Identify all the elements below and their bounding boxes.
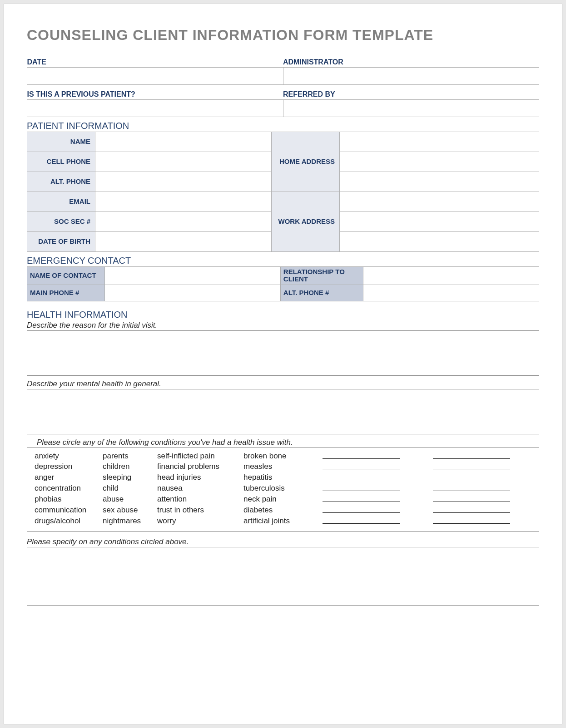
work-address-label: WORK ADDRESS bbox=[272, 192, 340, 251]
blank-line[interactable] bbox=[409, 472, 534, 483]
blank-line[interactable] bbox=[409, 505, 534, 516]
ec-rel-label: RELATIONSHIP TO CLIENT bbox=[280, 266, 363, 285]
altphone-label: ALT. PHONE bbox=[27, 172, 95, 192]
condition-item[interactable]: abuse bbox=[100, 494, 154, 505]
blank-line[interactable] bbox=[313, 472, 409, 483]
condition-item[interactable]: sex abuse bbox=[100, 505, 154, 516]
ec-alt-label: ALT. PHONE # bbox=[280, 285, 363, 301]
condition-item[interactable]: sleeping bbox=[100, 472, 154, 483]
blank-line[interactable] bbox=[313, 516, 409, 527]
ec-rel-input[interactable] bbox=[363, 266, 539, 285]
date-label: DATE bbox=[27, 56, 283, 68]
mental-prompt: Describe your mental health in general. bbox=[27, 379, 539, 389]
cell-input[interactable] bbox=[95, 152, 272, 172]
condition-item[interactable]: drugs/alcohol bbox=[32, 516, 100, 527]
home-address-line2[interactable] bbox=[340, 152, 539, 172]
email-label: EMAIL bbox=[27, 192, 95, 212]
work-address-line1[interactable] bbox=[340, 192, 539, 212]
blank-line[interactable] bbox=[409, 451, 534, 462]
condition-item[interactable]: diabetes bbox=[241, 505, 313, 516]
work-address-line3[interactable] bbox=[340, 231, 539, 251]
conditions-box: anxietyparentsself-inflicted painbroken … bbox=[27, 447, 539, 532]
conditions-table: anxietyparentsself-inflicted painbroken … bbox=[32, 451, 534, 527]
page-title: COUNSELING CLIENT INFORMATION FORM TEMPL… bbox=[27, 27, 539, 44]
email-input[interactable] bbox=[95, 192, 272, 212]
condition-item[interactable]: measles bbox=[241, 462, 313, 472]
ec-alt-input[interactable] bbox=[363, 285, 539, 301]
condition-item[interactable]: trust in others bbox=[154, 505, 241, 516]
patient-table: NAME HOME ADDRESS CELL PHONE ALT. PHONE … bbox=[27, 132, 539, 252]
blank-line[interactable] bbox=[313, 451, 409, 462]
home-address-line1[interactable] bbox=[340, 132, 539, 152]
condition-item[interactable]: depression bbox=[32, 462, 100, 472]
blank-line[interactable] bbox=[409, 494, 534, 505]
emergency-section-label: EMERGENCY CONTACT bbox=[27, 256, 539, 266]
blank-line[interactable] bbox=[313, 494, 409, 505]
home-address-label: HOME ADDRESS bbox=[272, 132, 340, 192]
dob-label: DATE OF BIRTH bbox=[27, 231, 95, 251]
date-input[interactable] bbox=[27, 68, 283, 85]
condition-item[interactable]: anxiety bbox=[32, 451, 100, 462]
ec-main-label: MAIN PHONE # bbox=[27, 285, 105, 301]
condition-item[interactable]: self-inflicted pain bbox=[154, 451, 241, 462]
home-address-line3[interactable] bbox=[340, 172, 539, 192]
ec-main-input[interactable] bbox=[104, 285, 280, 301]
condition-item[interactable]: tuberculosis bbox=[241, 483, 313, 494]
dob-input[interactable] bbox=[95, 231, 272, 251]
condition-item[interactable]: financial problems bbox=[154, 462, 241, 472]
specify-input[interactable] bbox=[27, 547, 539, 606]
blank-line[interactable] bbox=[409, 462, 534, 472]
condition-item[interactable]: communication bbox=[32, 505, 100, 516]
admin-label: ADMINISTRATOR bbox=[283, 56, 539, 68]
cell-label: CELL PHONE bbox=[27, 152, 95, 172]
altphone-input[interactable] bbox=[95, 172, 272, 192]
condition-item[interactable]: artificial joints bbox=[241, 516, 313, 527]
blank-line[interactable] bbox=[313, 462, 409, 472]
ref-label: REFERRED BY bbox=[283, 89, 539, 100]
blank-line[interactable] bbox=[313, 505, 409, 516]
condition-item[interactable]: hepatitis bbox=[241, 472, 313, 483]
condition-item[interactable]: concentration bbox=[32, 483, 100, 494]
mental-input[interactable] bbox=[27, 389, 539, 434]
condition-item[interactable]: phobias bbox=[32, 494, 100, 505]
admin-input[interactable] bbox=[283, 68, 539, 85]
patient-section-label: PATIENT INFORMATION bbox=[27, 121, 539, 131]
condition-item[interactable]: parents bbox=[100, 451, 154, 462]
prev-label: IS THIS A PREVIOUS PATIENT? bbox=[27, 89, 283, 100]
ec-name-input[interactable] bbox=[104, 266, 280, 285]
condition-item[interactable]: worry bbox=[154, 516, 241, 527]
ssn-label: SOC SEC # bbox=[27, 212, 95, 231]
ref-input[interactable] bbox=[283, 99, 539, 117]
condition-item[interactable]: anger bbox=[32, 472, 100, 483]
emergency-table: NAME OF CONTACT RELATIONSHIP TO CLIENT M… bbox=[27, 266, 539, 301]
health-section-label: HEALTH INFORMATION bbox=[27, 310, 539, 320]
condition-item[interactable]: child bbox=[100, 483, 154, 494]
blank-line[interactable] bbox=[409, 483, 534, 494]
form-page: COUNSELING CLIENT INFORMATION FORM TEMPL… bbox=[4, 4, 562, 724]
name-input[interactable] bbox=[95, 132, 272, 152]
condition-item[interactable]: neck pain bbox=[241, 494, 313, 505]
condition-item[interactable]: attention bbox=[154, 494, 241, 505]
condition-item[interactable]: children bbox=[100, 462, 154, 472]
condition-item[interactable]: broken bone bbox=[241, 451, 313, 462]
reason-prompt: Describe the reason for the initial visi… bbox=[27, 321, 539, 330]
header-grid: DATE ADMINISTRATOR IS THIS A PREVIOUS PA… bbox=[27, 56, 539, 117]
blank-line[interactable] bbox=[313, 483, 409, 494]
condition-item[interactable]: nightmares bbox=[100, 516, 154, 527]
blank-line[interactable] bbox=[409, 516, 534, 527]
prev-input[interactable] bbox=[27, 99, 283, 117]
reason-input[interactable] bbox=[27, 330, 539, 376]
work-address-line2[interactable] bbox=[340, 212, 539, 231]
ssn-input[interactable] bbox=[95, 212, 272, 231]
ec-name-label: NAME OF CONTACT bbox=[27, 266, 105, 285]
condition-item[interactable]: head injuries bbox=[154, 472, 241, 483]
name-label: NAME bbox=[27, 132, 95, 152]
condition-item[interactable]: nausea bbox=[154, 483, 241, 494]
specify-prompt: Please specify on any conditions circled… bbox=[27, 537, 539, 546]
conditions-prompt: Please circle any of the following condi… bbox=[27, 438, 539, 447]
